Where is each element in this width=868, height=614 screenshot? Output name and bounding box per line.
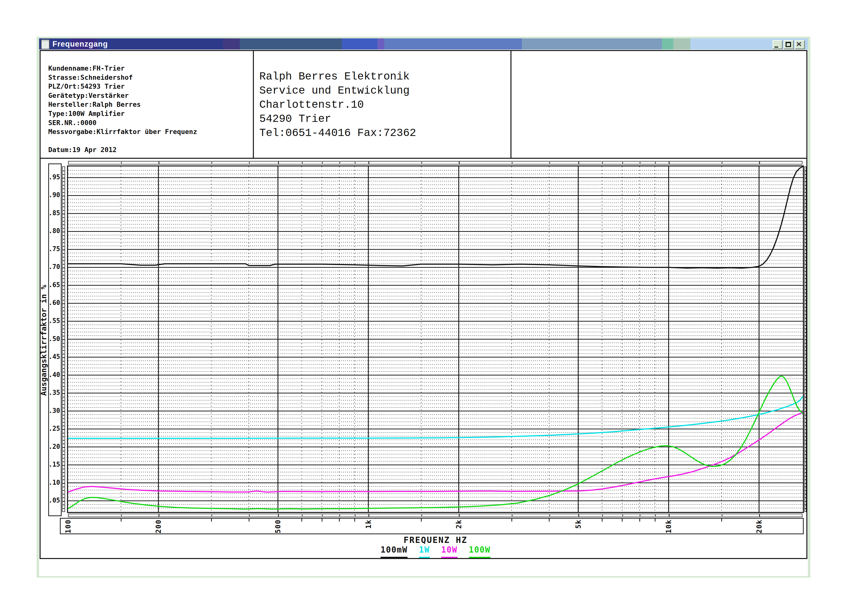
customer-info-line: Type:100W Amplifier xyxy=(48,109,197,118)
y-axis-title: Ausgangsklirrfaktor in % xyxy=(39,250,48,431)
x-minor-tick xyxy=(339,519,340,522)
y-tick-label: .05 xyxy=(48,497,60,504)
customer-info-line xyxy=(48,137,197,146)
window-controls xyxy=(772,40,805,48)
legend-item-1W: 1W xyxy=(419,545,430,558)
customer-info-line: Datum:19 Apr 2012 xyxy=(48,145,197,155)
x-tick-label: 1k xyxy=(364,519,373,529)
y-tick-label: .35 xyxy=(48,389,60,396)
x-tick-label: 500 xyxy=(274,519,282,533)
x-tick-label: 10k xyxy=(665,519,673,533)
header-divider-vertical-1 xyxy=(253,51,254,158)
x-minor-tick xyxy=(721,519,722,522)
company-info-line: Tel:0651-44016 Fax:72362 xyxy=(259,126,416,140)
titlebar[interactable]: Frequenzgang xyxy=(39,38,808,50)
grid-canvas xyxy=(68,166,803,512)
x-minor-tick xyxy=(322,519,322,522)
y-tick-label: .80 xyxy=(48,227,60,235)
legend-item-100W: 100W xyxy=(469,545,490,558)
curve-100mW xyxy=(68,166,803,268)
x-minor-tick xyxy=(249,519,250,522)
x-minor-tick xyxy=(121,519,121,522)
x-minor-tick xyxy=(354,519,355,522)
y-tick-label: .25 xyxy=(48,425,60,432)
y-tick-label: .70 xyxy=(48,263,60,270)
top-tick-strip xyxy=(68,161,803,165)
curve-100W xyxy=(68,376,803,509)
legend: 100mW1W10W100W xyxy=(68,545,803,558)
x-tick-label: 200 xyxy=(154,519,163,533)
customer-info-block: Kundenname:FH-TrierStrasse:Schneidershof… xyxy=(48,64,197,155)
close-button[interactable] xyxy=(795,40,805,49)
x-minor-tick xyxy=(622,519,623,522)
y-tick-label: .30 xyxy=(48,407,60,414)
x-tick-label: 20k xyxy=(755,519,763,533)
company-info-block: Ralph Berres ElektronikService und Entwi… xyxy=(259,70,416,140)
x-axis-title: FREQUENZ HZ xyxy=(68,535,803,545)
company-info-line: Service und Entwicklung xyxy=(259,84,416,98)
y-tick-label: .90 xyxy=(48,191,60,199)
company-info-line: 54290 Trier xyxy=(259,112,416,126)
x-minor-tick xyxy=(211,519,212,522)
customer-info-line: SER.NR.:0000 xyxy=(48,118,197,127)
desktop: Frequenzgang Kundenna xyxy=(0,0,868,614)
maximize-icon xyxy=(786,42,791,47)
y-tick-label: .65 xyxy=(48,281,60,289)
customer-info-line: Strasse:Schneidershof xyxy=(48,73,197,82)
right-strip-ticks xyxy=(805,167,806,511)
company-info-line: Ralph Berres Elektronik xyxy=(259,70,416,84)
x-minor-tick xyxy=(549,519,550,522)
legend-item-100mW: 100mW xyxy=(381,545,408,558)
right-tick-strip xyxy=(804,166,806,512)
y-tick-label: .75 xyxy=(48,245,60,253)
customer-info-line: Gerätetyp:Verstärker xyxy=(48,91,197,100)
maximize-button[interactable] xyxy=(784,40,794,49)
y-tick-label: .55 xyxy=(48,317,60,325)
curve-1W xyxy=(68,396,803,438)
y-tick-label: .50 xyxy=(48,335,60,342)
y-tick-label: .40 xyxy=(48,371,60,378)
close-icon xyxy=(797,42,801,46)
bottom-strip-ticks xyxy=(68,514,802,517)
customer-info-line: PLZ/Ort:54293 Trier xyxy=(48,82,197,91)
y-tick-label: .45 xyxy=(48,353,60,361)
y-tick-label: .20 xyxy=(48,443,60,450)
x-tick-label: 100 xyxy=(64,519,72,533)
left-tick-strip xyxy=(62,166,65,512)
x-minor-tick xyxy=(421,519,422,522)
y-tick-label: .95 xyxy=(48,173,60,181)
customer-info-line: Messvorgabe:Klirrfaktor über Frequenz xyxy=(48,127,197,137)
x-minor-tick xyxy=(512,519,512,522)
x-tick-label: 5k xyxy=(574,519,583,529)
y-tick-label: .85 xyxy=(48,209,60,217)
y-tick-label: .15 xyxy=(48,461,60,468)
report-layer: Kundenname:FH-TrierStrasse:Schneidershof… xyxy=(0,0,868,614)
legend-item-10W: 10W xyxy=(441,545,457,558)
top-strip-ticks xyxy=(68,162,802,164)
x-minor-tick xyxy=(602,519,603,522)
header-divider-horizontal xyxy=(40,158,806,159)
customer-info-line: Hersteller:Ralph Berres xyxy=(48,100,197,109)
x-minor-tick xyxy=(655,519,656,522)
window-title: Frequenzgang xyxy=(53,38,108,50)
x-minor-tick xyxy=(639,519,640,522)
minimize-button[interactable] xyxy=(772,40,783,49)
left-strip-ticks xyxy=(63,167,65,511)
bottom-tick-strip xyxy=(68,514,803,517)
app-icon xyxy=(41,39,50,49)
customer-info-line: Kundenname:FH-Trier xyxy=(48,64,197,73)
plot-area xyxy=(67,165,804,513)
y-tick-label: .10 xyxy=(48,479,60,486)
company-info-line: Charlottenstr.10 xyxy=(259,98,416,112)
header-divider-vertical-2 xyxy=(510,51,512,158)
x-axis-label-box xyxy=(60,518,804,534)
x-tick-label: 2k xyxy=(455,519,463,529)
x-minor-tick xyxy=(301,519,302,522)
y-tick-label: .60 xyxy=(48,299,60,306)
minimize-icon xyxy=(775,47,778,48)
